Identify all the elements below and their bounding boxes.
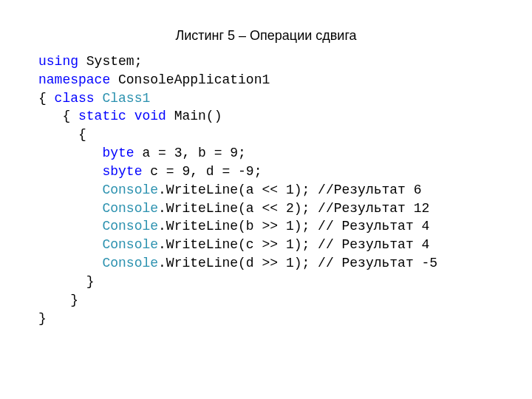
code-text: .WriteLine(a << 2); //Результат 12: [158, 201, 429, 216]
code-text: System;: [78, 54, 142, 69]
type-console: Console: [102, 183, 158, 197]
code-text: }: [38, 274, 95, 289]
code-text: Main(): [166, 109, 222, 123]
code-text: .WriteLine(b >> 1); // Результат 4: [158, 219, 429, 233]
keyword-byte: byte: [102, 146, 134, 160]
code-text: {: [38, 109, 78, 123]
keyword-sbyte: sbyte: [102, 164, 142, 179]
code-text: .WriteLine(a << 1); //Результат 6: [158, 183, 421, 197]
type-console: Console: [102, 237, 158, 252]
code-text: [38, 219, 102, 233]
keyword-void: void: [134, 109, 166, 123]
code-text: .WriteLine(c >> 1); // Результат 4: [158, 237, 429, 252]
keyword-using: using: [38, 54, 78, 69]
code-text: ConsoleApplication1: [110, 72, 270, 87]
code-text: a = 3, b = 9;: [134, 146, 246, 160]
code-text: [38, 237, 102, 252]
listing-title: Листинг 5 – Операции сдвига: [0, 0, 532, 52]
code-text: [126, 109, 134, 123]
code-listing: using System; namespace ConsoleApplicati…: [0, 52, 532, 327]
code-text: {: [38, 127, 86, 142]
code-text: {: [38, 91, 55, 106]
code-text: [38, 164, 102, 179]
type-console: Console: [102, 256, 158, 270]
code-text: [38, 256, 102, 270]
code-text: [38, 183, 102, 197]
type-console: Console: [102, 201, 158, 216]
keyword-static: static: [78, 109, 126, 123]
code-text: [38, 146, 102, 160]
code-text: [38, 201, 102, 216]
code-text: }: [38, 293, 78, 307]
keyword-class: class: [55, 91, 95, 106]
keyword-namespace: namespace: [38, 72, 110, 87]
code-text: [95, 91, 103, 106]
type-class1: Class1: [102, 91, 150, 106]
type-console: Console: [102, 219, 158, 233]
code-text: c = 9, d = -9;: [142, 164, 262, 179]
code-text: }: [38, 311, 47, 326]
code-text: .WriteLine(d >> 1); // Результат -5: [158, 256, 437, 270]
